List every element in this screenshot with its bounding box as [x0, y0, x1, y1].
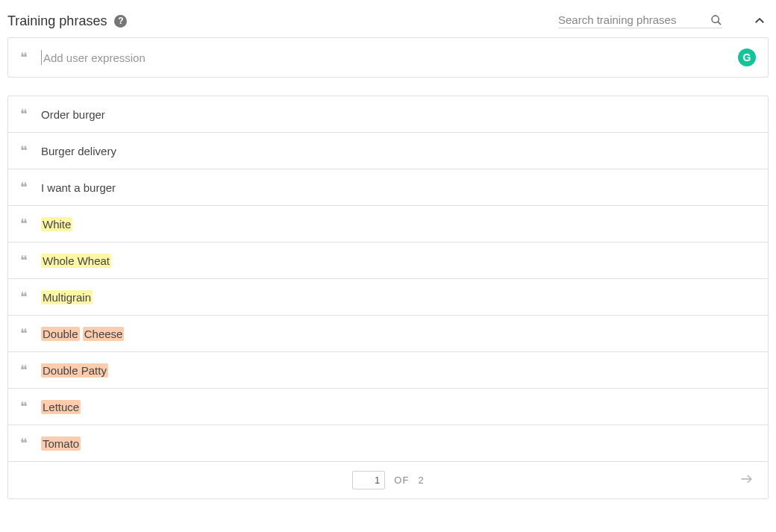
training-phrase-text: I want a burger — [41, 181, 116, 194]
entity-highlight: Double Patty — [41, 363, 108, 378]
phrase-segment: I want a burger — [41, 181, 116, 194]
svg-line-1 — [718, 22, 721, 25]
pagination-of-label: OF — [394, 475, 409, 486]
training-phrase-row[interactable]: ❝Order burger — [8, 96, 768, 133]
quote-icon: ❝ — [20, 51, 28, 64]
entity-highlight: Cheese — [83, 327, 125, 341]
quote-icon: ❝ — [20, 144, 28, 157]
chevron-up-icon — [753, 14, 766, 28]
training-phrase-row[interactable]: ❝Burger delivery — [8, 133, 768, 169]
training-phrase-text: Double Cheese — [41, 328, 124, 340]
search-field[interactable] — [558, 13, 722, 28]
page-number-input[interactable] — [352, 471, 385, 489]
training-phrase-row[interactable]: ❝White — [8, 206, 768, 242]
entity-highlight: Double — [41, 327, 80, 341]
training-phrase-row[interactable]: ❝Double Cheese — [8, 316, 768, 352]
quote-icon: ❝ — [20, 181, 28, 194]
phrase-list: ❝Order burger❝Burger delivery❝I want a b… — [7, 96, 769, 499]
training-phrase-text: Lettuce — [41, 401, 81, 413]
quote-icon: ❝ — [20, 107, 28, 121]
pagination-bar: OF 2 — [8, 461, 768, 498]
quote-icon: ❝ — [20, 254, 28, 267]
grammarly-badge-icon[interactable]: G — [738, 48, 756, 66]
entity-highlight: Tomato — [41, 436, 81, 451]
phrase-segment: Order burger — [41, 108, 105, 121]
section-header: Training phrases ? — [7, 7, 769, 37]
quote-icon: ❝ — [20, 400, 28, 413]
entity-highlight: Multigrain — [41, 290, 93, 304]
training-phrase-text: Multigrain — [41, 291, 93, 304]
section-title: Training phrases — [7, 13, 107, 29]
arrow-right-icon — [739, 472, 754, 486]
training-phrase-row[interactable]: ❝Whole Wheat — [8, 242, 768, 279]
collapse-toggle[interactable] — [751, 12, 769, 30]
quote-icon: ❝ — [20, 217, 28, 231]
training-phrase-text: Whole Wheat — [41, 254, 111, 267]
next-page-button[interactable] — [739, 472, 754, 489]
phrase-segment: Burger delivery — [41, 145, 116, 157]
entity-highlight: Lettuce — [41, 400, 81, 414]
svg-point-0 — [712, 16, 719, 22]
training-phrase-row[interactable]: ❝Multigrain — [8, 279, 768, 316]
add-expression-input[interactable] — [41, 50, 730, 65]
entity-highlight: White — [41, 217, 72, 231]
training-phrase-text: Tomato — [41, 437, 81, 450]
add-expression-card: ❝ G — [7, 37, 769, 78]
quote-icon: ❝ — [20, 436, 28, 450]
training-phrase-row[interactable]: ❝I want a burger — [8, 169, 768, 206]
help-icon[interactable]: ? — [114, 15, 127, 28]
quote-icon: ❝ — [20, 363, 28, 377]
quote-icon: ❝ — [20, 327, 28, 340]
training-phrase-text: White — [41, 218, 72, 231]
training-phrase-text: Double Patty — [41, 364, 108, 377]
entity-highlight: Whole Wheat — [41, 254, 111, 268]
search-icon[interactable] — [710, 14, 722, 26]
add-expression-row[interactable]: ❝ G — [8, 38, 768, 77]
quote-icon: ❝ — [20, 290, 28, 304]
training-phrase-text: Order burger — [41, 108, 105, 121]
training-phrase-row[interactable]: ❝Lettuce — [8, 389, 768, 425]
pagination-total: 2 — [418, 475, 423, 486]
training-phrase-text: Burger delivery — [41, 145, 116, 157]
training-phrase-row[interactable]: ❝Tomato — [8, 425, 768, 461]
search-input[interactable] — [558, 13, 706, 26]
training-phrase-row[interactable]: ❝Double Patty — [8, 352, 768, 389]
